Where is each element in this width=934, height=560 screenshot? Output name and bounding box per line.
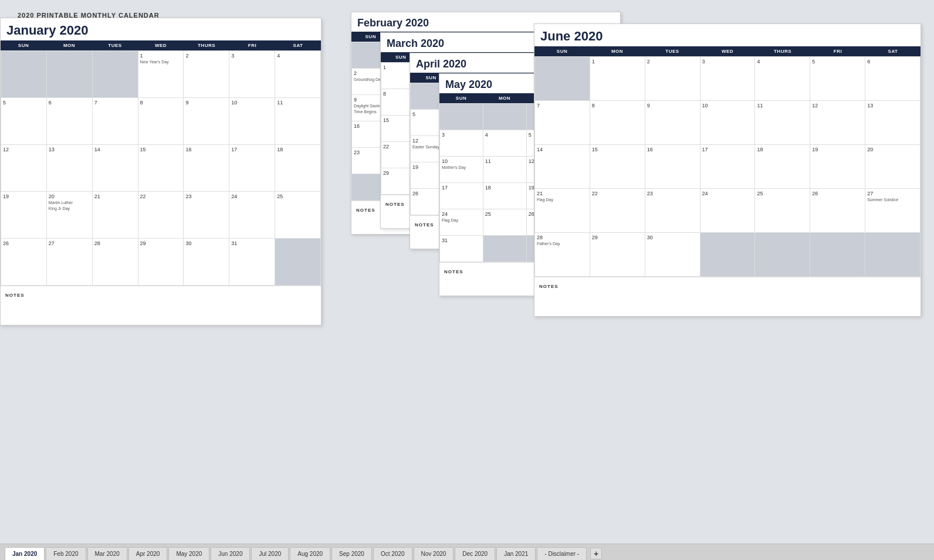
cal-cell (440, 104, 483, 130)
cal-cell: 13 (47, 145, 93, 192)
cal-cell (93, 51, 138, 98)
calendar-january: January 2020 SUN MON TUES WED THURS FRI … (0, 18, 322, 325)
cal-cell: 9 (645, 101, 700, 145)
cal-cell (275, 239, 321, 286)
cal-cell: 16 (645, 145, 700, 189)
cal-cell (535, 57, 590, 101)
cal-cell: 11 (483, 157, 527, 183)
cal-cell: 21 Flag Day (535, 189, 590, 233)
tab-may-2020[interactable]: May 2020 (168, 547, 209, 560)
cal-cell: 18 (483, 183, 527, 209)
tab-feb-2020[interactable]: Feb 2020 (46, 547, 86, 560)
cal-cell (755, 233, 810, 277)
cal-cell: 29 (590, 233, 645, 277)
cal-cell (1, 51, 47, 98)
tab-bar: Jan 2020 Feb 2020 Mar 2020 Apr 2020 May … (0, 544, 934, 560)
tab-jul-2020[interactable]: Jul 2020 (251, 547, 289, 560)
cal-cell: 10 (229, 98, 275, 145)
jan-hdr-wed: WED (138, 40, 184, 50)
jun-title: June 2020 (534, 24, 921, 46)
cal-cell (810, 233, 865, 277)
cal-cell: 11 (755, 101, 810, 145)
tab-sep-2020[interactable]: Sep 2020 (331, 547, 372, 560)
cal-cell: 21 (93, 192, 138, 239)
tab-apr-2020[interactable]: Apr 2020 (128, 547, 168, 560)
jan-hdr-fri: FRI (229, 40, 275, 50)
cal-cell: 30 (645, 233, 700, 277)
cal-cell: 5 (810, 57, 865, 101)
cal-cell: 10Mother's Day (440, 157, 483, 183)
tab-jan-2020[interactable]: Jan 2020 (5, 547, 45, 560)
cal-cell: 4 (755, 57, 810, 101)
cal-cell: 4 (483, 130, 527, 157)
cal-cell: 14 (535, 145, 590, 189)
cal-cell: 3 (229, 51, 275, 98)
cal-cell: 17 (700, 145, 756, 189)
cal-cell (865, 233, 921, 277)
jan-hdr-mon: MON (46, 40, 92, 50)
cal-cell: 13 (865, 101, 921, 145)
cal-cell: 27 (47, 239, 93, 286)
cal-cell: 2 (645, 57, 700, 101)
cal-cell: 28 (93, 239, 138, 286)
cal-cell: 20 (865, 145, 921, 189)
cal-cell: 10 (700, 101, 756, 145)
cal-cell: 15 (590, 145, 645, 189)
cal-cell: 24Flag Day (440, 209, 483, 236)
cal-cell: 3 (440, 130, 483, 157)
cal-cell: 7 (535, 101, 590, 145)
cal-cell: 29 (138, 239, 184, 286)
cal-cell: 22 (138, 192, 184, 239)
cal-cell: 6 (47, 98, 93, 145)
cal-cell: 31 (229, 239, 275, 286)
cal-cell: 6 (865, 57, 921, 101)
jan-notes: NOTES (1, 286, 321, 325)
cal-cell: 26 (810, 189, 865, 233)
cal-cell: 17 (229, 145, 275, 192)
jan-hdr-thu: THURS (184, 40, 229, 50)
jan-header: SUN MON TUES WED THURS FRI SAT (1, 40, 321, 50)
jun-header: SUN MON TUES WED THURS FRI SAT (534, 46, 921, 56)
tab-aug-2020[interactable]: Aug 2020 (290, 547, 330, 560)
cal-cell (483, 236, 527, 262)
cal-cell: 31 (440, 236, 483, 262)
tab-dec-2020[interactable]: Dec 2020 (455, 547, 495, 560)
calendar-june: June 2020 SUN MON TUES WED THURS FRI SAT… (534, 23, 921, 317)
cal-cell: 17 (440, 183, 483, 209)
cal-cell: 28 Father's Day (535, 233, 590, 277)
add-sheet-button[interactable]: + (590, 548, 602, 559)
cal-cell: 8 (590, 101, 645, 145)
cal-cell: 12 (1, 145, 47, 192)
cal-cell: 7 (93, 98, 138, 145)
jan-hdr-sat: SAT (275, 40, 321, 50)
cal-cell: 12 (810, 101, 865, 145)
cal-cell: 25 (755, 189, 810, 233)
cal-cell: 22 (590, 189, 645, 233)
cal-cell: 19 (810, 145, 865, 189)
cal-cell: 30 (184, 239, 229, 286)
cal-cell: 2 (184, 51, 229, 98)
cal-cell: 27 Summer Solstice (865, 189, 921, 233)
tab-disclaimer[interactable]: - Disclaimer - (537, 547, 587, 560)
tab-nov-2020[interactable]: Nov 2020 (414, 547, 454, 560)
cal-cell (700, 233, 756, 277)
cal-cell: 26 (1, 239, 47, 286)
jan-hdr-sun: SUN (1, 40, 46, 50)
jun-body: 1 2 3 4 5 6 7 8 9 10 11 12 13 14 15 16 1… (534, 56, 921, 277)
cal-cell: 23 (645, 189, 700, 233)
tab-jun-2020[interactable]: Jun 2020 (211, 547, 250, 560)
main-area: 2020 PRINTABLE MONTHLY CALENDAR January … (0, 0, 934, 544)
cal-cell: 14 (93, 145, 138, 192)
cal-cell: 25 (483, 209, 527, 236)
jun-notes: NOTES (534, 277, 921, 316)
cal-cell: 23 (184, 192, 229, 239)
cal-cell: 18 (275, 145, 321, 192)
jan-body: 1 New Year's Day 2 3 4 5 6 7 8 9 10 11 1… (1, 50, 321, 286)
cal-cell (47, 51, 93, 98)
cal-cell: 5 (1, 98, 47, 145)
cal-cell: 20 Martin LutherKing Jr Day (47, 192, 93, 239)
tab-oct-2020[interactable]: Oct 2020 (373, 547, 412, 560)
tab-jan-2021[interactable]: Jan 2021 (496, 547, 536, 560)
cal-cell: 18 (755, 145, 810, 189)
tab-mar-2020[interactable]: Mar 2020 (87, 547, 127, 560)
